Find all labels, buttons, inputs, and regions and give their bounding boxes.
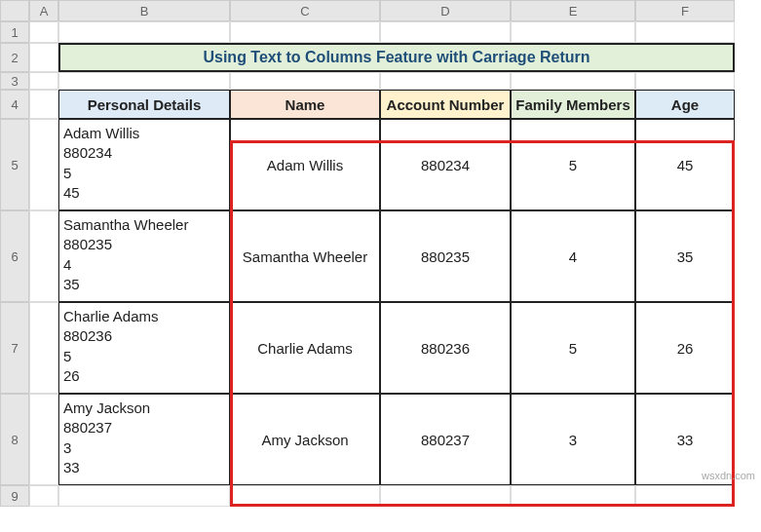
row-header-3[interactable]: 3 [0,72,29,90]
row-header-2[interactable]: 2 [0,43,29,72]
cell-a9[interactable] [29,485,58,507]
cell-e7[interactable]: 5 [511,302,635,394]
cell-c6[interactable]: Samantha Wheeler [230,210,380,302]
row-header-8[interactable]: 8 [0,394,29,485]
title-cell[interactable]: Using Text to Columns Feature with Carri… [58,43,735,72]
cell-d1[interactable] [380,21,511,43]
cell-c9[interactable] [230,485,380,507]
cell-d9[interactable] [380,485,511,507]
header-personal-details[interactable]: Personal Details [58,90,230,119]
cell-a6[interactable] [29,210,58,302]
cell-a3[interactable] [29,72,58,90]
col-header-f[interactable]: F [635,0,735,21]
cell-f9[interactable] [635,485,735,507]
cell-a5[interactable] [29,119,58,210]
cell-a4[interactable] [29,90,58,119]
header-family-members[interactable]: Family Members [511,90,635,119]
cell-f7[interactable]: 26 [635,302,735,394]
cell-e8[interactable]: 3 [511,394,635,485]
select-all-corner[interactable] [0,0,29,21]
cell-d6[interactable]: 880235 [380,210,511,302]
row-header-1[interactable]: 1 [0,21,29,43]
cell-c8[interactable]: Amy Jackson [230,394,380,485]
cell-e9[interactable] [511,485,635,507]
cell-b6[interactable]: Samantha Wheeler 880235 4 35 [58,210,230,302]
cell-c5[interactable]: Adam Willis [230,119,380,210]
row-header-5[interactable]: 5 [0,119,29,210]
cell-b3[interactable] [58,72,230,90]
cell-c1[interactable] [230,21,380,43]
spreadsheet-grid: A B C D E F 1 2 Using Text to Columns Fe… [0,0,761,507]
header-age[interactable]: Age [635,90,735,119]
cell-e1[interactable] [511,21,635,43]
cell-a2[interactable] [29,43,58,72]
row-header-7[interactable]: 7 [0,302,29,394]
row-header-9[interactable]: 9 [0,485,29,507]
col-header-b[interactable]: B [58,0,230,21]
row-header-4[interactable]: 4 [0,90,29,119]
cell-a8[interactable] [29,394,58,485]
cell-f6[interactable]: 35 [635,210,735,302]
cell-b7[interactable]: Charlie Adams 880236 5 26 [58,302,230,394]
cell-f3[interactable] [635,72,735,90]
cell-d8[interactable]: 880237 [380,394,511,485]
cell-e6[interactable]: 4 [511,210,635,302]
cell-d3[interactable] [380,72,511,90]
cell-a1[interactable] [29,21,58,43]
cell-a7[interactable] [29,302,58,394]
header-account-number[interactable]: Account Number [380,90,511,119]
col-header-c[interactable]: C [230,0,380,21]
cell-d7[interactable]: 880236 [380,302,511,394]
cell-d5[interactable]: 880234 [380,119,511,210]
watermark: wsxdn.com [702,470,755,481]
cell-b1[interactable] [58,21,230,43]
cell-e5[interactable]: 5 [511,119,635,210]
cell-b8[interactable]: Amy Jackson 880237 3 33 [58,394,230,485]
cell-c3[interactable] [230,72,380,90]
cell-f5[interactable]: 45 [635,119,735,210]
col-header-a[interactable]: A [29,0,58,21]
col-header-d[interactable]: D [380,0,511,21]
cell-e3[interactable] [511,72,635,90]
row-header-6[interactable]: 6 [0,210,29,302]
header-name[interactable]: Name [230,90,380,119]
cell-b9[interactable] [58,485,230,507]
cell-f1[interactable] [635,21,735,43]
cell-b5[interactable]: Adam Willis 880234 5 45 [58,119,230,210]
cell-c7[interactable]: Charlie Adams [230,302,380,394]
col-header-e[interactable]: E [511,0,635,21]
